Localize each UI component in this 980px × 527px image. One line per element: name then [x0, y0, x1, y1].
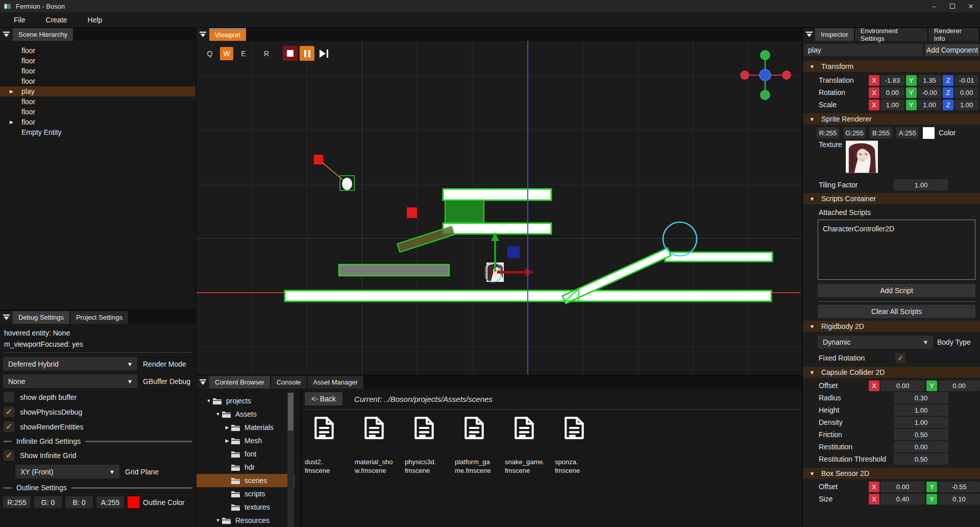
sprite-a-field[interactable]: A:255 [896, 127, 919, 138]
step-button[interactable] [316, 46, 331, 61]
tree-closed-icon[interactable]: ▶ [223, 438, 231, 443]
capsule-offset-x-field[interactable]: 0.00 [880, 380, 925, 391]
tool-e-button[interactable]: E [237, 47, 250, 60]
show-depth-buffer-checkbox[interactable] [4, 392, 14, 402]
scale-x-field[interactable]: 1.00 [880, 100, 904, 110]
tool-r-button[interactable]: R [260, 47, 273, 60]
box-sensor-section-header[interactable]: ▼ Box Sensor 2D [803, 468, 980, 479]
menu-create[interactable]: Create [46, 16, 67, 24]
sensor-offset-x-field[interactable]: 0.00 [880, 482, 925, 492]
tree-item-scripts[interactable]: scripts [197, 487, 295, 500]
orientation-gizmo[interactable] [740, 50, 791, 100]
grid-plane-dropdown[interactable]: XY (Front) ▼ [15, 465, 119, 478]
sprite-color-swatch[interactable] [923, 127, 935, 139]
outline-a-field[interactable]: A:255 [96, 496, 124, 508]
gizmo-y-pos-ball[interactable] [760, 50, 770, 60]
entity-anchor-square[interactable] [314, 155, 323, 164]
tree-scrollbar[interactable] [287, 393, 294, 527]
panel-collapse-button[interactable] [0, 311, 13, 324]
tree-item-mesh[interactable]: ▶ Mesh [197, 434, 295, 447]
tab-content-browser[interactable]: Content Browser [209, 376, 270, 389]
scrollbar-thumb[interactable] [288, 393, 293, 430]
sprite-g-field[interactable]: G:255 [843, 127, 866, 138]
capsule-collider-section-header[interactable]: ▼ Capsule Collider 2D [803, 367, 980, 378]
viewport-canvas[interactable]: Q W E R [197, 41, 802, 375]
tree-item-projects[interactable]: ▼ projects [197, 394, 295, 408]
outline-g-field[interactable]: G: 0 [34, 496, 62, 508]
add-script-button[interactable]: Add Script [818, 284, 975, 297]
file-sponza[interactable]: sponza.fmscene [555, 415, 605, 475]
outline-r-field[interactable]: R:255 [3, 496, 31, 508]
rotation-x-field[interactable]: 0.00 [880, 87, 904, 98]
sprite-b-field[interactable]: B:255 [870, 127, 892, 138]
body-type-dropdown[interactable]: Dynamic ▼ [818, 336, 933, 349]
gizmo-y-neg-ball[interactable] [760, 90, 770, 100]
close-button[interactable]: ✕ [962, 0, 980, 12]
hierarchy-item[interactable]: floor [0, 107, 195, 117]
entity-pendulum-ball[interactable] [342, 178, 352, 190]
friction-field[interactable]: 0.50 [894, 429, 948, 440]
file-dust2[interactable]: dust2.fmscene [305, 415, 355, 475]
file-physics3d[interactable]: physics3d.fmscene [405, 415, 455, 475]
pause-button[interactable] [300, 46, 314, 61]
show-render-entities-checkbox[interactable]: ✓ [4, 421, 14, 432]
stop-button[interactable] [283, 46, 298, 61]
minimize-button[interactable]: – [925, 0, 943, 12]
sensor-size-y-field[interactable]: 0.10 [938, 494, 980, 505]
gizmo-z-ball[interactable] [760, 69, 771, 81]
script-list-item[interactable]: CharacterController2D [823, 225, 975, 233]
capsule-offset-y-field[interactable]: 0.00 [938, 380, 980, 391]
tab-viewport[interactable]: Viewport [209, 28, 246, 41]
scripts-container-section-header[interactable]: ▼ Scripts Container [803, 193, 980, 204]
sensor-size-x-field[interactable]: 0.40 [880, 494, 925, 505]
outline-b-field[interactable]: B: 0 [65, 496, 93, 508]
entity-red-marker[interactable] [407, 207, 417, 218]
panel-collapse-button[interactable] [0, 28, 13, 41]
tree-item-assets[interactable]: ▼ Assets [197, 408, 295, 421]
tree-item-resources[interactable]: ▼ Resources [197, 514, 295, 527]
back-button[interactable]: <- Back [305, 392, 342, 405]
panel-collapse-button[interactable] [197, 376, 209, 389]
transform-section-header[interactable]: ▼ Transform [803, 61, 980, 72]
tool-w-button[interactable]: W [220, 47, 233, 60]
expand-arrow-icon[interactable]: ▶ [10, 119, 13, 125]
entity-navy-square[interactable] [507, 246, 520, 258]
scale-y-field[interactable]: 1.00 [918, 100, 942, 110]
tool-q-button[interactable]: Q [203, 47, 216, 60]
tab-debug-settings[interactable]: Debug Settings [13, 311, 69, 324]
tiling-factor-field[interactable]: 1.00 [894, 179, 948, 190]
gbuffer-debug-dropdown[interactable]: None ▼ [3, 374, 137, 388]
menu-help[interactable]: Help [88, 16, 103, 24]
height-field[interactable]: 1.00 [894, 404, 948, 416]
expand-arrow-icon[interactable]: ▶ [10, 89, 13, 94]
gizmo-x-pos-ball[interactable] [782, 70, 791, 80]
density-field[interactable]: 1.00 [894, 417, 948, 428]
sprite-r-field[interactable]: R:255 [817, 127, 839, 138]
entity-bottom-platform[interactable] [443, 223, 551, 234]
entity-name-input[interactable]: play [804, 44, 923, 56]
tree-item-materials[interactable]: ▶ Materials [197, 421, 295, 434]
panel-collapse-button[interactable] [803, 28, 815, 41]
tree-closed-icon[interactable]: ▶ [223, 425, 231, 430]
tree-open-icon[interactable]: ▼ [205, 398, 213, 403]
show-physics-debug-checkbox[interactable]: ✓ [4, 406, 14, 417]
entity-capsule-bar[interactable] [397, 226, 454, 252]
outline-color-swatch[interactable] [128, 496, 139, 508]
hierarchy-item[interactable]: ▶ floor [0, 117, 195, 127]
entity-right-platform[interactable] [665, 252, 772, 261]
hierarchy-item[interactable]: floor [0, 56, 195, 66]
file-snake-game[interactable]: snake_game.fmscene [505, 415, 555, 475]
hierarchy-item[interactable]: floor [0, 45, 195, 56]
restitution-field[interactable]: 0.00 [894, 441, 948, 452]
entity-top-platform[interactable] [443, 189, 551, 200]
tree-item-font[interactable]: font [197, 447, 295, 461]
translation-z-field[interactable]: -0.01 [954, 75, 978, 86]
tree-item-scenes-selected[interactable]: scenes [197, 474, 295, 487]
tab-inspector[interactable]: Inspector [815, 28, 853, 41]
hierarchy-item-play-selected[interactable]: ▶ play [0, 86, 195, 97]
tree-open-icon[interactable]: ▼ [214, 518, 222, 523]
scale-z-field[interactable]: 1.00 [954, 100, 978, 110]
entity-gray-platform[interactable] [339, 265, 449, 276]
clear-all-scripts-button[interactable]: Clear All Scripts [818, 305, 975, 318]
tab-scene-hierarchy[interactable]: Scene Hierarchy [13, 28, 73, 41]
